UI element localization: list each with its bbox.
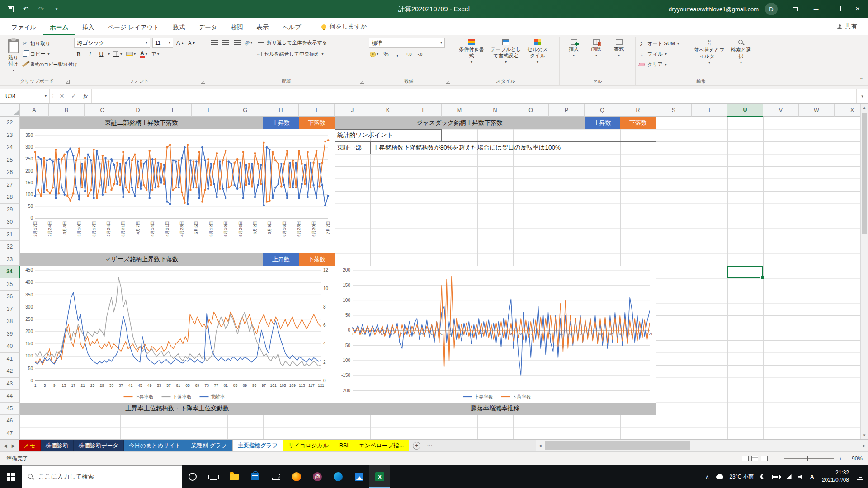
vertical-scroll-thumb[interactable] <box>862 113 867 234</box>
cell-note-title[interactable]: 統計的ワンポイント <box>335 129 442 142</box>
align-bottom-icon[interactable] <box>232 38 241 47</box>
start-button[interactable] <box>0 465 22 488</box>
row-header-22[interactable]: 22 <box>0 117 20 129</box>
ribbon-tab-表示[interactable]: 表示 <box>250 19 276 35</box>
ribbon-tab-ページ レイアウト[interactable]: ページ レイアウト <box>101 19 166 35</box>
column-header-O[interactable]: O <box>513 104 549 117</box>
row-header-30[interactable]: 30 <box>0 216 20 229</box>
font-dialog-launcher-icon[interactable] <box>201 80 205 84</box>
taskbar-app-edge[interactable] <box>328 465 349 488</box>
minimize-button[interactable]: ─ <box>806 0 826 18</box>
sheet-tab-主要指標グラフ[interactable]: 主要指標グラフ <box>232 440 283 451</box>
row-header-34[interactable]: 34 <box>0 266 20 278</box>
row-header-38[interactable]: 38 <box>0 315 20 328</box>
scroll-up-icon[interactable]: ▲ <box>861 104 868 112</box>
fill-color-button[interactable]: ▾ <box>125 50 137 59</box>
row-header-24[interactable]: 24 <box>0 141 20 154</box>
save-icon[interactable] <box>6 5 14 13</box>
cell-note-label[interactable]: 東証一部 <box>335 141 370 154</box>
page-layout-view-icon[interactable] <box>751 456 758 461</box>
network-icon[interactable] <box>786 474 792 479</box>
row-header-23[interactable]: 23 <box>0 129 20 142</box>
taskbar-app-store[interactable] <box>245 465 265 488</box>
cell-chip-down-3[interactable]: 下落数 <box>299 253 335 266</box>
cell-band-toprate[interactable]: 上昇率上位銘柄数・下降率上位変動数 <box>20 403 335 415</box>
italic-button[interactable]: I <box>85 50 94 59</box>
clipboard-dialog-launcher-icon[interactable] <box>66 80 70 84</box>
sheet-tab-サイコロジカル[interactable]: サイコロジカル <box>283 440 334 451</box>
row-header-31[interactable]: 31 <box>0 229 20 241</box>
name-box-splitter[interactable]: ⋮ <box>50 89 56 103</box>
underline-button[interactable]: U <box>97 50 106 59</box>
align-right-icon[interactable] <box>232 50 241 59</box>
taskbar-app-mail[interactable] <box>265 465 286 488</box>
sheet-tab-今日のまとめサイト[interactable]: 今日のまとめサイト <box>124 440 186 451</box>
align-left-icon[interactable] <box>210 50 219 59</box>
avatar[interactable]: D <box>765 3 778 15</box>
align-center-icon[interactable] <box>221 50 230 59</box>
column-header-T[interactable]: T <box>692 104 727 117</box>
cell-styles-button[interactable]: セルのスタイル▾ <box>524 38 552 77</box>
customize-quick-access-icon[interactable]: ▾ <box>52 5 61 13</box>
name-box[interactable]: U34▾ <box>0 89 50 103</box>
cell-band-mothers[interactable]: マザーズ銘柄上昇数下落数 <box>20 253 263 266</box>
comma-style-button[interactable]: , <box>393 50 402 59</box>
cell-band-advance-decline[interactable]: 騰落率増減率推移 <box>335 403 656 415</box>
sheet-nav-left-icon[interactable]: ◀ <box>4 443 7 448</box>
chart-advance-decline[interactable]: -200-150-100-500501001502001591317212529… <box>335 266 656 403</box>
indent-decrease-icon[interactable] <box>244 50 253 59</box>
column-header-R[interactable]: R <box>620 104 656 117</box>
insert-function-icon[interactable]: fx <box>80 89 91 103</box>
taskbar-search[interactable]: ここに入力して検索 <box>22 465 182 488</box>
column-header-G[interactable]: G <box>227 104 263 117</box>
format-painter-button[interactable]: 書式のコピー/貼り付け <box>21 60 77 69</box>
chart-tosho2-updown[interactable]: 0501001502002503003502月17日2月24日3月3日3月10日… <box>20 129 335 253</box>
row-header-25[interactable]: 25 <box>0 154 20 167</box>
wrap-text-button[interactable]: 折り返して全体を表示する <box>258 38 327 47</box>
scroll-down-icon[interactable]: ▼ <box>861 432 868 439</box>
taskbar-app-excel[interactable]: X <box>369 465 390 488</box>
delete-cells-button[interactable]: 削除▾ <box>585 38 608 77</box>
zoom-out-icon[interactable]: − <box>774 455 780 462</box>
conditional-formatting-button[interactable]: 条件付き書式▾ <box>455 38 488 77</box>
normal-view-icon[interactable] <box>742 456 749 461</box>
clock[interactable]: 21:32 2021/07/08 <box>820 469 851 483</box>
column-header-S[interactable]: S <box>656 104 692 117</box>
row-header-35[interactable]: 35 <box>0 278 20 291</box>
phonetic-button[interactable]: ア▾ <box>151 50 160 59</box>
row-header-43[interactable]: 43 <box>0 378 20 390</box>
taskbar-app-task-view[interactable] <box>203 465 224 488</box>
column-header-X[interactable]: X <box>835 104 860 117</box>
sort-filter-button[interactable]: A↓Z↓ 並べ替えとフィルター▾ <box>692 38 727 77</box>
zoom-level[interactable]: 90% <box>847 455 863 462</box>
sheet-tab-株価診断[interactable]: 株価診断 <box>41 440 74 451</box>
tell-me-search[interactable]: 何をしますか <box>321 23 367 35</box>
ribbon-tab-データ[interactable]: データ <box>192 19 224 35</box>
column-header-E[interactable]: E <box>156 104 192 117</box>
cancel-formula-icon[interactable]: ✕ <box>56 89 68 103</box>
row-header-46[interactable]: 46 <box>0 415 20 427</box>
row-header-26[interactable]: 26 <box>0 166 20 179</box>
row-header-42[interactable]: 42 <box>0 365 20 378</box>
format-cells-button[interactable]: 書式▾ <box>608 38 630 77</box>
borders-button[interactable]: ▾ <box>112 50 123 59</box>
ribbon-tab-数式[interactable]: 数式 <box>166 19 192 35</box>
row-header-39[interactable]: 39 <box>0 328 20 341</box>
align-middle-icon[interactable] <box>221 38 230 47</box>
zoom-in-icon[interactable]: + <box>837 455 844 462</box>
fill-button[interactable]: ↓フィル▾ <box>638 49 692 59</box>
sheet-tab-RSI[interactable]: RSI <box>334 440 354 451</box>
column-header-K[interactable]: K <box>370 104 406 117</box>
autosum-button[interactable]: Σオート SUM▾ <box>638 39 692 48</box>
cell-band-jasdaq[interactable]: ジャスダック銘柄上昇数下落数 <box>335 117 585 129</box>
clear-button[interactable]: クリア▾ <box>638 60 692 69</box>
battery-icon[interactable] <box>772 475 780 479</box>
orientation-button[interactable]: ab▾ <box>244 38 253 47</box>
scroll-left-icon[interactable]: ◀ <box>536 444 544 448</box>
ime-indicator[interactable]: A <box>810 474 814 480</box>
ribbon-tab-ホーム[interactable]: ホーム <box>43 19 75 35</box>
sheet-tab-業種別グラフ[interactable]: 業種別 グラフ <box>186 440 232 451</box>
column-header-B[interactable]: B <box>49 104 85 117</box>
sheet-tab-メモ[interactable]: メモ <box>19 440 41 451</box>
row-header-29[interactable]: 29 <box>0 204 20 216</box>
